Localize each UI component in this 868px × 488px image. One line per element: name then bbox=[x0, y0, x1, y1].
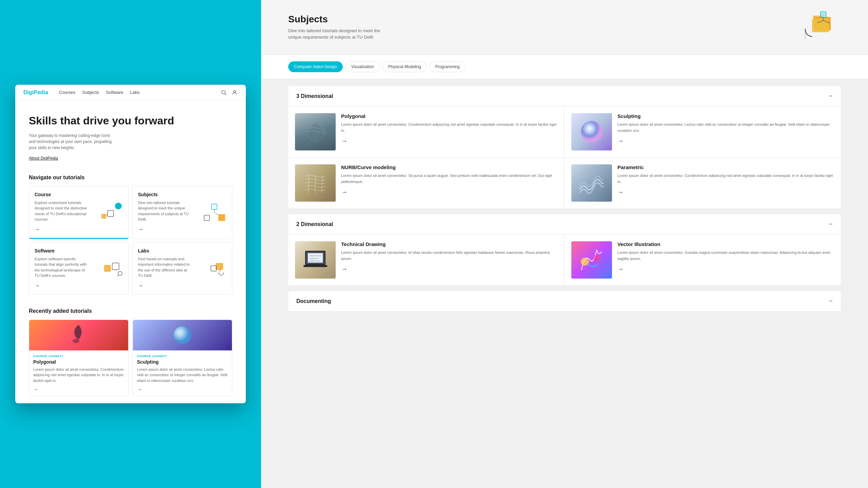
labs-card[interactable]: Labs Find hands-on manuals and important… bbox=[132, 242, 232, 294]
subject-card-arrow-parametric[interactable]: → bbox=[617, 189, 834, 196]
logo[interactable]: DigiPedia bbox=[23, 89, 48, 96]
subject-card-desc-polygonal: Lorem ipsum dolor sit amet consectetur. … bbox=[341, 122, 557, 134]
subjects-card-arrow: → bbox=[138, 226, 226, 232]
subject-card-arrow-tech-drawing[interactable]: → bbox=[341, 266, 557, 273]
recent-section: Recently added tutorials COURSE 12345677… bbox=[15, 301, 246, 404]
subjects-title: Subjects bbox=[288, 14, 383, 25]
svg-rect-5 bbox=[101, 214, 106, 219]
accordion-toggle-documenting[interactable]: − bbox=[829, 297, 833, 305]
subject-img-tech-drawing bbox=[295, 241, 336, 279]
recent-card-polygonal[interactable]: COURSE 12345677 Polygonal Lorem ipsum do… bbox=[29, 320, 129, 397]
hero-title: Skills that drive you forward bbox=[29, 114, 232, 127]
accordion-header-2d[interactable]: 2 Dimensional − bbox=[288, 214, 841, 235]
nav-subjects[interactable]: Subjects bbox=[82, 90, 99, 95]
subject-card-parametric[interactable]: Parametric Lorem ipsum dolor sit amet co… bbox=[565, 158, 841, 209]
cards-grid-3d: Polygonal Lorem ipsum dolor sit amet con… bbox=[288, 106, 841, 209]
subject-card-tech-drawing[interactable]: Technical Drawing Lorem ipsum dolor sit … bbox=[288, 235, 565, 286]
svg-rect-26 bbox=[822, 13, 825, 16]
nav-links: Courses Subjects Software Labs bbox=[59, 90, 210, 95]
logo-suffix: Pedia bbox=[34, 89, 48, 95]
subject-card-arrow-sculpting[interactable]: → bbox=[617, 138, 834, 145]
section-2d: 2 Dimensional − bbox=[288, 214, 841, 286]
svg-point-0 bbox=[222, 90, 225, 94]
section-3d: 3 Dimensional − bbox=[288, 86, 841, 209]
subject-card-sculpting[interactable]: Sculpting Lorem ipsum dolor sit amet con… bbox=[565, 106, 841, 158]
svg-line-1 bbox=[225, 94, 226, 95]
tab-programming[interactable]: Programming bbox=[430, 61, 466, 72]
subject-card-title-vector: Vector Illustration bbox=[617, 241, 834, 247]
course-illustration bbox=[98, 202, 125, 222]
subjects-header-text: Subjects Dive into tailored tutorials de… bbox=[288, 14, 383, 41]
tab-visualisation[interactable]: Visualisation bbox=[346, 61, 380, 72]
subject-card-arrow-vector[interactable]: → bbox=[617, 266, 834, 273]
subject-card-polygonal[interactable]: Polygonal Lorem ipsum dolor sit amet con… bbox=[288, 106, 565, 158]
nav-courses[interactable]: Courses bbox=[59, 90, 75, 95]
svg-rect-13 bbox=[112, 263, 119, 270]
svg-rect-17 bbox=[211, 266, 216, 271]
subject-card-desc-tech-drawing: Lorem ipsum dolor sit amet consectetur. … bbox=[341, 250, 557, 262]
subject-card-title-parametric: Parametric bbox=[617, 164, 834, 170]
accordion-toggle-3d[interactable]: − bbox=[829, 92, 833, 100]
subjects-card[interactable]: Subjects Dive into tailored tutorials de… bbox=[132, 186, 232, 239]
accordion-header-documenting[interactable]: Documenting − bbox=[288, 291, 841, 311]
recent-card-title-1: Polygonal bbox=[33, 359, 124, 365]
about-link[interactable]: About DigiPedia bbox=[29, 156, 58, 161]
labs-illustration bbox=[201, 258, 229, 279]
tab-physical-modeling[interactable]: Physical Modeling bbox=[382, 61, 427, 72]
user-icon[interactable] bbox=[232, 89, 238, 96]
labs-card-title: Labs bbox=[138, 248, 226, 253]
svg-point-39 bbox=[581, 258, 589, 266]
navigate-title: Navigate our tutorials bbox=[29, 175, 232, 181]
svg-rect-4 bbox=[107, 210, 114, 217]
subject-card-arrow-nurb[interactable]: → bbox=[341, 189, 557, 196]
subject-card-title-sculpting: Sculpting bbox=[617, 113, 834, 119]
svg-point-19 bbox=[219, 268, 221, 270]
svg-rect-12 bbox=[104, 265, 111, 272]
subjects-header-illustration bbox=[787, 10, 841, 44]
svg-rect-11 bbox=[204, 215, 210, 221]
logo-prefix: Digi bbox=[23, 89, 34, 95]
svg-point-30 bbox=[581, 121, 603, 143]
svg-point-3 bbox=[115, 203, 122, 209]
subjects-subtitle: Dive into tailored tutorials designed to… bbox=[288, 27, 383, 41]
svg-line-15 bbox=[117, 274, 119, 277]
cards-grid-2d: Technical Drawing Lorem ipsum dolor sit … bbox=[288, 235, 841, 286]
recent-card-sculpting[interactable]: COURSE 12345677 Sculpting Lorem ipsum do… bbox=[133, 320, 232, 397]
subjects-card-title: Subjects bbox=[138, 192, 226, 197]
recent-card-arrow-2[interactable]: → bbox=[137, 387, 228, 392]
recent-card-img-sculpting bbox=[133, 320, 232, 350]
nav-software[interactable]: Software bbox=[106, 90, 123, 95]
search-icon[interactable] bbox=[221, 89, 227, 96]
subject-card-nurb[interactable]: NURB/Curve modeling Lorem ipsum dolor si… bbox=[288, 158, 565, 209]
subject-card-arrow-polygonal[interactable]: → bbox=[341, 138, 557, 145]
course-card[interactable]: Course Explore customised tutorials desi… bbox=[29, 186, 129, 239]
recent-card-title-2: Sculpting bbox=[137, 359, 228, 365]
svg-point-2 bbox=[234, 90, 236, 93]
subject-card-body-vector: Vector Illustration Lorem ipsum dolor si… bbox=[617, 241, 834, 279]
recent-title: Recently added tutorials bbox=[29, 308, 232, 314]
subject-card-body-polygonal: Polygonal Lorem ipsum dolor sit amet con… bbox=[341, 113, 557, 150]
subject-card-vector[interactable]: Vector Illustration Lorem ipsum dolor si… bbox=[565, 235, 841, 286]
subjects-content: 3 Dimensional − bbox=[261, 79, 868, 324]
left-panel: DigiPedia Courses Subjects Software Labs… bbox=[0, 0, 261, 488]
subject-card-desc-vector: Lorem ipsum dolor sit amet consectetur. … bbox=[617, 250, 834, 262]
navbar: DigiPedia Courses Subjects Software Labs bbox=[15, 85, 246, 101]
nav-labs[interactable]: Labs bbox=[130, 90, 140, 95]
accordion-title-2d: 2 Dimensional bbox=[296, 221, 333, 227]
subjects-illustration bbox=[201, 202, 229, 223]
software-card[interactable]: Software Explore software-specific tutor… bbox=[29, 242, 129, 294]
svg-rect-10 bbox=[218, 214, 225, 221]
svg-rect-7 bbox=[212, 204, 217, 209]
navigate-grid: Course Explore customised tutorials desi… bbox=[29, 186, 232, 294]
subject-img-parametric bbox=[571, 164, 612, 202]
accordion-header-3d[interactable]: 3 Dimensional − bbox=[288, 86, 841, 106]
subject-card-body-parametric: Parametric Lorem ipsum dolor sit amet co… bbox=[617, 164, 834, 202]
recent-card-arrow-1[interactable]: → bbox=[33, 387, 124, 392]
software-card-desc: Explore software-specific tutorials that… bbox=[35, 256, 89, 279]
tab-computer-aided-design[interactable]: Computer Aided Design bbox=[288, 61, 343, 72]
course-card-desc: Explore customised tutorials designed to… bbox=[35, 200, 89, 222]
recent-card-body-2: COURSE 12345677 Sculpting Lorem ipsum do… bbox=[133, 350, 232, 396]
nav-icons bbox=[221, 89, 238, 96]
accordion-toggle-2d[interactable]: − bbox=[829, 220, 833, 228]
svg-point-21 bbox=[174, 326, 191, 344]
